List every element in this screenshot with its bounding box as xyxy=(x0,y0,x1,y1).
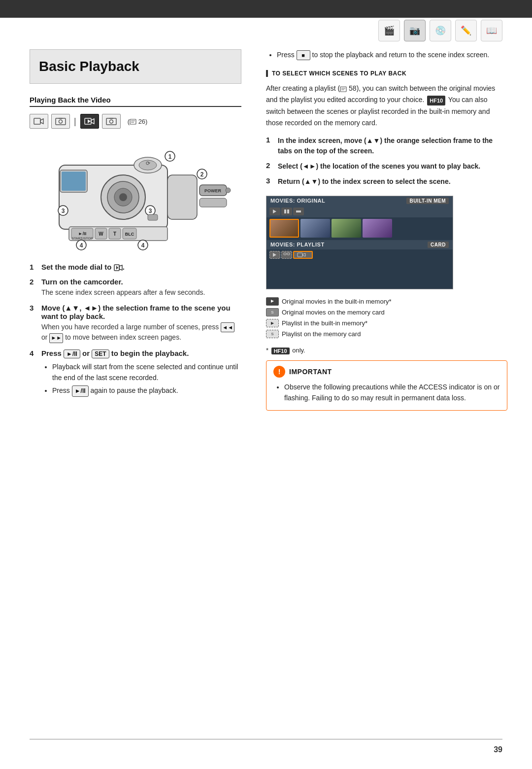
step-3: 3 Move (▲▼, ◄►) the selection frame to t… xyxy=(30,304,241,343)
hf10-badge: HF10 xyxy=(427,96,445,105)
thumb-3 xyxy=(332,219,361,238)
important-bullets: Observe the following precautions while … xyxy=(273,382,500,404)
bar2-label: MOVIES: PLAYLIST xyxy=(270,242,325,247)
svg-text:T: T xyxy=(113,231,116,237)
top-bar xyxy=(0,0,532,18)
legend-icon-1: ▶ xyxy=(266,297,279,306)
important-header: ! Important xyxy=(273,366,500,378)
svg-marker-7 xyxy=(88,119,91,123)
steps-list: 1 Set the mode dial to . 2 Turn on the c… xyxy=(30,263,241,399)
svg-text:2: 2 xyxy=(200,171,204,178)
svg-rect-2 xyxy=(56,118,66,125)
svg-marker-6 xyxy=(91,119,94,124)
svg-text:⟳: ⟳ xyxy=(146,160,150,166)
mode-icon-photo xyxy=(51,114,70,129)
svg-rect-65 xyxy=(287,253,290,255)
camera-mode-icon[interactable]: 📷 xyxy=(404,20,426,41)
svg-rect-8 xyxy=(106,118,116,125)
svg-marker-54 xyxy=(119,265,122,270)
bar1-label: MOVIES: ORIGINAL xyxy=(270,198,325,204)
thumb-1 xyxy=(269,219,299,238)
scene-bar-original: MOVIES: ORIGINAL BUILT-IN MEM xyxy=(266,196,453,206)
page-number: 39 xyxy=(494,745,502,754)
svg-rect-20 xyxy=(62,172,86,191)
svg-marker-59 xyxy=(273,210,276,213)
step-4: 4 Press ►/II or SET to begin the playbac… xyxy=(30,349,241,399)
icon-bar: 🎬 📷 💿 ✏️ 📖 xyxy=(378,20,502,41)
step-2-bold: Turn on the camcorder. xyxy=(41,278,123,286)
bottom-divider xyxy=(30,739,502,739)
svg-text:W: W xyxy=(99,231,103,237)
camcorder-diagram: 1 POWER ON/OFF 2 ►/II START/STOP xyxy=(30,136,236,254)
right-steps: 1 In the index screen, move (▲▼) the ora… xyxy=(266,136,507,187)
rewind-btn: ◄◄ xyxy=(221,322,234,332)
svg-rect-66 xyxy=(298,253,302,257)
important-bullet-1: Observe the following precautions while … xyxy=(284,382,500,404)
mode-icons-row: | ( 26) xyxy=(30,114,241,129)
playpause-btn: ►/II xyxy=(64,350,80,358)
film-mode-icon[interactable]: 🎬 xyxy=(378,20,400,41)
set-btn: SET xyxy=(92,350,109,358)
svg-rect-25 xyxy=(167,175,197,219)
svg-marker-55 xyxy=(116,266,118,270)
mode-separator: | xyxy=(74,116,76,127)
body-text-1: After creating a playlist ( 58), you can… xyxy=(266,83,507,128)
svg-point-18 xyxy=(119,193,127,201)
right-bullet-1: Press ■ to stop the playback and return … xyxy=(277,49,507,60)
step-4-bullets: Playback will start from the scene selec… xyxy=(41,361,241,397)
svg-text:POWER: POWER xyxy=(204,188,222,193)
svg-marker-1 xyxy=(40,119,43,124)
svg-text:4: 4 xyxy=(141,242,145,249)
mode-icon-photo2 xyxy=(102,114,121,129)
svg-text:3: 3 xyxy=(62,208,65,214)
press-word: Press xyxy=(277,51,297,59)
left-column: Basic Playback Playing Back the Video | … xyxy=(0,49,256,769)
bullet-4-1: Playback will start from the scene selec… xyxy=(52,361,241,384)
step-4-bold: Press ►/II or SET to begin the playback. xyxy=(41,349,189,357)
page-title: Basic Playback xyxy=(39,59,229,74)
step-1: 1 Set the mode dial to . xyxy=(30,263,241,272)
legend-icon-3: ▶ xyxy=(266,319,279,327)
svg-rect-11 xyxy=(130,119,136,124)
svg-rect-64 xyxy=(284,253,286,255)
svg-rect-30 xyxy=(200,198,227,207)
step-2-desc: The scene index screen appears after a f… xyxy=(41,287,241,298)
bar2-right: CARD xyxy=(428,242,449,248)
important-title: Important xyxy=(289,368,332,376)
step-3-desc: When you have recorded a large number of… xyxy=(41,322,241,343)
legend-3: ▶ Playlist in the built-in memory* xyxy=(266,318,507,329)
disc-mode-icon[interactable]: 💿 xyxy=(430,20,451,41)
page-ref: ( 26) xyxy=(128,118,148,125)
svg-marker-63 xyxy=(273,253,276,257)
svg-marker-67 xyxy=(302,253,305,256)
step-2: 2 Turn on the camcorder. The scene index… xyxy=(30,278,241,298)
legend-icon-2: S xyxy=(266,308,279,316)
section-heading: Playing Back the Video xyxy=(30,96,241,107)
book-mode-icon[interactable]: 📖 xyxy=(481,20,502,41)
right-step-3: 3 Return (▲▼) to the index screen to sel… xyxy=(266,176,507,187)
important-box: ! Important Observe the following precau… xyxy=(266,360,507,411)
footnote: * HF10 only. xyxy=(266,347,507,354)
svg-text:1: 1 xyxy=(168,153,172,160)
section-label-select: To select which scenes to play back xyxy=(266,70,507,77)
forward-btn: ►► xyxy=(49,333,63,343)
right-column: Press ■ to stop the playback and return … xyxy=(256,49,532,769)
svg-rect-60 xyxy=(284,210,286,213)
right-top-bullets: Press ■ to stop the playback and return … xyxy=(266,49,507,60)
step-1-text: Set the mode dial to . xyxy=(41,263,125,271)
svg-text:4: 4 xyxy=(80,242,83,249)
svg-rect-0 xyxy=(34,118,40,124)
thumb-2 xyxy=(300,219,330,238)
svg-text:BLC: BLC xyxy=(125,232,134,237)
svg-text:START/STOP: START/STOP xyxy=(71,237,93,240)
svg-text:3: 3 xyxy=(149,208,152,214)
legend-4: S Playlist on the memory card xyxy=(266,329,507,340)
thumb-4 xyxy=(363,219,392,238)
mode-icon-playback xyxy=(80,114,99,129)
svg-text:►/II: ►/II xyxy=(78,231,86,236)
main-content: Basic Playback Playing Back the Video | … xyxy=(0,49,532,769)
edit-mode-icon[interactable]: ✏️ xyxy=(455,20,477,41)
stop-btn: ■ xyxy=(297,50,310,60)
svg-rect-56 xyxy=(340,87,346,92)
svg-rect-10 xyxy=(109,118,113,119)
